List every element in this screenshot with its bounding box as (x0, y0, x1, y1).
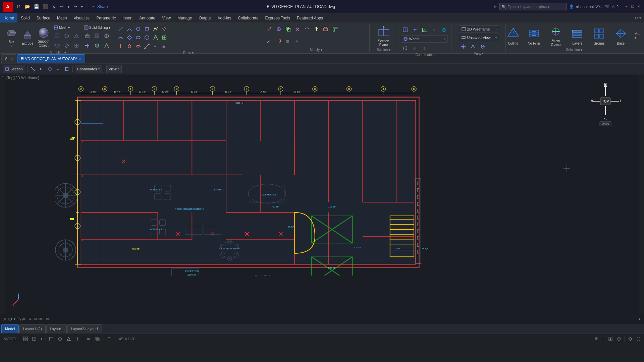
command-input[interactable] (17, 317, 637, 321)
close-button[interactable]: ✕ (636, 4, 641, 9)
save-all-icon[interactable]: ⬛ (42, 3, 50, 10)
shopping-icon[interactable]: 🛒 (605, 4, 610, 9)
coord-btn-5[interactable]: 🌐 (440, 25, 448, 34)
coord-btn-1[interactable] (401, 25, 410, 34)
draw-btn-4[interactable] (134, 34, 142, 42)
mesh-btn-5[interactable] (62, 41, 71, 50)
draw-btn-12[interactable]: ≡ (152, 42, 160, 50)
tab-start[interactable]: Start (1, 54, 16, 63)
otrack-toggle[interactable] (74, 337, 81, 341)
triangle-icon[interactable]: △ (612, 4, 614, 9)
restore-button[interactable]: ❐ (630, 4, 635, 9)
new-icon[interactable]: 🗋 (15, 3, 22, 10)
draw-btn-8[interactable] (117, 42, 125, 50)
v-dropdown-btn[interactable]: V... ▾ (634, 31, 643, 41)
mesh-btn-2[interactable] (62, 31, 71, 41)
snap-toggle[interactable] (31, 337, 38, 341)
view-btn-1[interactable] (459, 42, 468, 51)
linewidth-toggle[interactable] (85, 337, 92, 341)
se-btn-1[interactable] (83, 31, 92, 41)
layout-1-tab[interactable]: Layout1 (46, 324, 67, 333)
selection-cycle[interactable] (105, 337, 112, 341)
extrude-button[interactable]: Extrude (20, 26, 35, 49)
layout-model-tab[interactable]: Model (1, 324, 19, 333)
menu-featured-apps[interactable]: Featured Apps (293, 13, 326, 22)
annot-btn-1[interactable] (30, 65, 37, 73)
coord-extra-2[interactable]: ⬡ (411, 44, 419, 52)
coord-btn-3[interactable] (420, 25, 429, 34)
left-panel-label[interactable]: Y (0, 74, 5, 79)
menu-mesh[interactable]: Mesh (54, 13, 70, 22)
layout-2-tab[interactable]: Layout2-Layout1 (67, 324, 102, 333)
mod-btn-6[interactable] (312, 25, 321, 34)
fullscreen-icon[interactable]: ⛶ (636, 337, 641, 341)
menu-annotate[interactable]: Annotate (136, 13, 159, 22)
mod-btn-12[interactable]: ⊹ (293, 37, 302, 45)
ortho-toggle[interactable] (48, 337, 55, 341)
groups-button[interactable]: Groups (589, 24, 609, 47)
annotation-scale[interactable]: 1/8" = 1'-0" (116, 337, 136, 341)
coord-btn-4[interactable]: ⊞ (430, 25, 439, 34)
draw-btn-polyline[interactable] (152, 25, 160, 33)
no-filter-button[interactable]: No Filter (524, 24, 544, 47)
mesh-btn-6[interactable] (72, 41, 81, 50)
menu-manage[interactable]: Manage (174, 13, 195, 22)
transparency-toggle[interactable] (94, 337, 101, 341)
view-dropdown-bar[interactable]: View ▾ (106, 65, 122, 73)
mod-btn-10[interactable] (274, 37, 283, 45)
menu-express-tools[interactable]: Express Tools (262, 13, 293, 22)
mod-btn-7[interactable] (321, 25, 330, 34)
menu-parametric[interactable]: Parametric (93, 13, 119, 22)
snap-dropdown[interactable]: ▾ (40, 337, 44, 341)
plot-icon[interactable]: 🖨 (51, 3, 58, 10)
coord-extra-1[interactable] (401, 44, 410, 52)
draw-btn-3[interactable] (125, 34, 133, 42)
canvas-area[interactable]: [Top][2D Wireframe] (5, 74, 639, 314)
nav-icons2[interactable] (616, 337, 623, 341)
draw-btn-6[interactable] (152, 34, 160, 42)
draw-btn-13[interactable]: ⊞ (160, 42, 168, 50)
nav-icons[interactable] (607, 337, 614, 341)
redo-icon[interactable]: ↪ (72, 3, 78, 10)
draw-btn-7[interactable] (160, 34, 168, 42)
osnap-toggle[interactable] (65, 337, 72, 341)
mesh-btn-1[interactable] (52, 31, 62, 41)
draw-btn-9[interactable] (125, 42, 133, 50)
draw-btn-hatch[interactable] (160, 25, 168, 33)
se-btn-3[interactable] (102, 31, 111, 41)
se-btn-4[interactable] (83, 41, 92, 50)
polar-toggle[interactable] (57, 337, 63, 341)
layout-1-2-tab[interactable]: Layout1 (2) (19, 324, 46, 333)
wireframe-dropdown[interactable]: 2D Wireframe ▾ (459, 25, 499, 33)
redo-dropdown[interactable]: ▾ (79, 3, 85, 10)
mod-btn-5[interactable] (303, 25, 311, 34)
draw-btn-arc[interactable] (125, 25, 133, 33)
box-button[interactable]: Box ▾ (4, 26, 19, 49)
coord-extra-3[interactable]: ◎ (420, 44, 429, 52)
save-icon[interactable]: 💾 (33, 3, 41, 10)
ribbon-toggle[interactable]: ⊟ (635, 16, 638, 20)
model-status[interactable]: MODEL (3, 337, 18, 341)
menu-home[interactable]: Home (0, 13, 17, 22)
minimize-button[interactable]: − (624, 4, 629, 9)
annot-btn-5[interactable] (63, 65, 70, 73)
draw-btn-circle[interactable] (134, 25, 142, 33)
undo-dropdown[interactable]: ▾ (66, 3, 71, 10)
menu-insert[interactable]: Insert (119, 13, 136, 22)
tab-main-drawing[interactable]: BLVD OFFICE_PLAN-AUTOCAD* ✕ (17, 54, 85, 63)
coord-btn-2[interactable] (411, 25, 419, 34)
coordinates-dropdown[interactable]: Coordinates ▾ (75, 65, 102, 73)
section-plane-toggle[interactable]: Section (3, 65, 25, 73)
mod-btn-2[interactable] (274, 25, 283, 34)
mod-btn-1[interactable] (265, 25, 274, 34)
draw-btn-2[interactable] (117, 34, 125, 42)
mod-btn-8[interactable] (331, 25, 339, 34)
annot-btn-2[interactable] (38, 65, 45, 73)
command-dropdown-icon[interactable]: ▾ (14, 317, 15, 321)
layout-add-button[interactable]: + (103, 325, 109, 332)
draw-btn-10[interactable] (134, 42, 142, 50)
section-plane-button[interactable]: SectionPlane (374, 24, 394, 47)
ribbon-options[interactable]: ▾ (639, 16, 641, 20)
se-btn-5[interactable] (92, 41, 102, 50)
move-gizmo-button[interactable]: Move Gizmo (546, 24, 566, 47)
